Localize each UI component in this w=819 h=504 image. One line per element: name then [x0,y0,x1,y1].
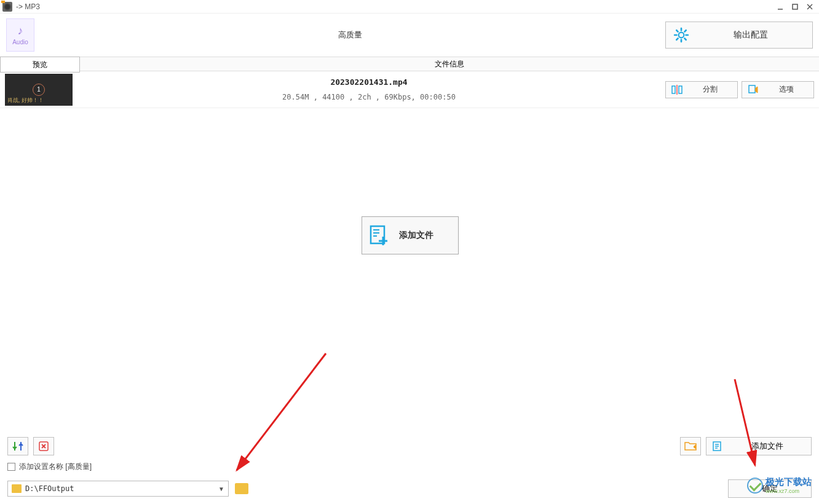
browse-folder-button[interactable] [234,481,250,497]
split-icon [671,84,683,96]
svg-point-4 [679,33,684,38]
add-file-label: 添加文件 [729,441,806,452]
gear-icon [673,27,689,43]
output-config-label: 输出配置 [697,30,805,41]
add-settings-name-label: 添加设置名称 [高质量] [19,462,92,472]
options-icon [747,84,759,96]
audio-format-tile[interactable]: ♪ Audio [6,18,34,52]
file-info: 202302201431.mp4 20.54M , 44100 , 2ch , … [73,77,665,101]
svg-rect-6 [679,86,682,93]
toolbar: ♪ Audio 高质量 输出配置 [0,14,819,57]
options-button[interactable]: 选项 [742,81,814,98]
add-file-button[interactable]: 添加文件 [706,437,812,455]
svg-rect-8 [749,85,755,93]
confirm-label: 确定 [762,483,778,494]
output-path-text: D:\FFOutput [25,484,74,493]
folder-large-icon [235,483,248,494]
output-config-button[interactable]: 输出配置 [665,22,813,49]
output-path-row: D:\FFOutput ▼ 确定 [7,479,812,498]
titlebar: -> MP3 [0,0,819,14]
folder-icon [12,484,22,493]
music-note-icon: ♪ [18,25,23,37]
split-label: 分割 [688,84,732,95]
output-path-dropdown[interactable]: D:\FFOutput ▼ [7,481,229,497]
add-settings-name-checkbox[interactable] [7,463,15,471]
file-row[interactable]: 1 肖战, 好帅！！ 202302201431.mp4 20.54M , 441… [0,71,819,108]
fileinfo-column-header[interactable]: 文件信息 [80,57,819,71]
file-name: 202302201431.mp4 [73,77,665,87]
thumbnail-badge: 1 [33,84,45,96]
svg-rect-5 [672,86,675,93]
column-headers: 预览 文件信息 [0,57,819,71]
confirm-button[interactable]: 确定 [728,479,812,498]
audio-label: Audio [12,39,28,45]
add-file-list-icon [711,440,724,452]
remove-icon [38,440,50,452]
file-actions: 分割 选项 [665,81,814,98]
app-icon [2,2,12,12]
settings-name-row: 添加设置名称 [高质量] [7,462,812,472]
add-file-center-button[interactable]: 添加文件 [362,216,459,254]
preview-column-header[interactable]: 预览 [0,57,80,73]
merge-icon [12,440,24,452]
add-file-icon [368,224,390,246]
options-label: 选项 [764,84,809,95]
minimize-button[interactable] [774,1,787,12]
bottom-panel: 添加文件 添加设置名称 [高质量] D:\FFOutput ▼ 确定 [0,432,819,504]
svg-rect-1 [793,4,797,9]
maximize-button[interactable] [788,1,802,12]
remove-button[interactable] [33,437,54,455]
folder-open-icon [684,441,697,452]
bottom-toolbar: 添加文件 [7,437,812,455]
window-controls [774,1,817,12]
quality-label: 高质量 [34,30,665,41]
close-button[interactable] [803,1,817,12]
split-button[interactable]: 分割 [665,81,738,98]
window-title: -> MP3 [16,2,40,11]
thumbnail-caption: 肖战, 好帅！！ [7,96,44,104]
add-file-center-label: 添加文件 [399,230,433,241]
file-metadata: 20.54M , 44100 , 2ch , 69Kbps, 00:00:50 [73,93,665,101]
open-output-folder-button[interactable] [680,437,701,455]
video-thumbnail[interactable]: 1 肖战, 好帅！！ [5,74,73,106]
chevron-down-icon: ▼ [218,486,224,492]
merge-button[interactable] [7,437,28,455]
